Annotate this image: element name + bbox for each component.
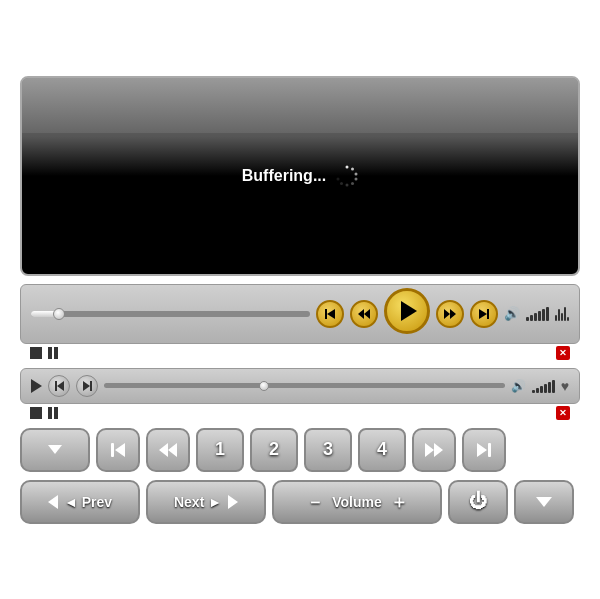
- skip-end-num-button[interactable]: [462, 428, 506, 472]
- skip-end-small-button[interactable]: [76, 375, 98, 397]
- skip-to-start-button[interactable]: [316, 300, 344, 328]
- buffering-area: Buffering...: [242, 165, 358, 187]
- down-arrow-button[interactable]: [514, 480, 574, 524]
- stop-button-secondary[interactable]: [30, 407, 42, 419]
- volume-icon-small[interactable]: 🔊: [511, 379, 526, 393]
- prev-button[interactable]: ◄ Prev: [20, 480, 140, 524]
- skip-to-end-icon: [479, 309, 489, 319]
- volume-bars-secondary: [532, 379, 555, 393]
- next-arrow-icon: [228, 495, 238, 509]
- spinner-icon: [336, 165, 358, 187]
- volume-controls: － Volume ＋: [272, 480, 442, 524]
- prev-label: ◄ Prev: [64, 494, 112, 510]
- skip-to-start-icon: [325, 309, 335, 319]
- buffering-text: Buffering...: [242, 167, 326, 185]
- skip-start-small-button[interactable]: [48, 375, 70, 397]
- svg-point-6: [340, 182, 343, 185]
- svg-point-2: [355, 172, 358, 175]
- bottom-controls-row: ◄ Prev Next ► － Volume ＋ ⏻: [20, 480, 580, 524]
- volume-speaker-icon[interactable]: 🔊: [504, 306, 520, 321]
- pause-button-secondary[interactable]: [48, 407, 58, 419]
- track-thumb[interactable]: [259, 381, 269, 391]
- red-x-badge[interactable]: ✕: [556, 346, 570, 360]
- power-icon: ⏻: [469, 491, 487, 512]
- svg-point-0: [346, 165, 349, 168]
- fast-forward-button[interactable]: [436, 300, 464, 328]
- chevron-down-icon: [48, 445, 62, 454]
- play-button[interactable]: [384, 288, 430, 334]
- video-screen: Buffering...: [20, 76, 580, 276]
- equalizer-icon[interactable]: [555, 307, 569, 321]
- secondary-controls-bar: 🔊 ♥: [20, 368, 580, 404]
- progress-thumb[interactable]: [53, 308, 65, 320]
- red-x-badge-secondary[interactable]: ✕: [556, 406, 570, 420]
- svg-point-3: [355, 177, 358, 180]
- svg-point-4: [351, 182, 354, 185]
- main-controls-bar: 🔊: [20, 284, 580, 344]
- volume-plus-button[interactable]: ＋: [390, 490, 408, 514]
- svg-point-7: [337, 177, 340, 180]
- volume-bars: [526, 307, 549, 321]
- track-bar[interactable]: [104, 383, 505, 388]
- skip-to-end-button[interactable]: [470, 300, 498, 328]
- rewind-num-button[interactable]: [146, 428, 190, 472]
- prev-arrow-icon: [48, 495, 58, 509]
- volume-label: Volume: [332, 494, 382, 510]
- svg-point-1: [351, 167, 354, 170]
- media-player: Buffering...: [20, 76, 580, 524]
- number-4-button[interactable]: 4: [358, 428, 406, 472]
- skip-start-num-button[interactable]: [96, 428, 140, 472]
- number-2-button[interactable]: 2: [250, 428, 298, 472]
- progress-bar[interactable]: [31, 311, 310, 317]
- number-buttons-row: 1 2 3 4: [20, 428, 580, 472]
- power-button[interactable]: ⏻: [448, 480, 508, 524]
- play-small-button[interactable]: [31, 379, 42, 393]
- number-3-button[interactable]: 3: [304, 428, 352, 472]
- dropdown-button[interactable]: [20, 428, 90, 472]
- down-arrow-icon: [536, 497, 552, 507]
- ffwd-num-button[interactable]: [412, 428, 456, 472]
- number-1-button[interactable]: 1: [196, 428, 244, 472]
- favorite-button[interactable]: ♥: [561, 378, 569, 394]
- volume-minus-button[interactable]: －: [306, 490, 324, 514]
- fast-forward-icon: [444, 309, 456, 319]
- svg-point-5: [346, 183, 349, 186]
- next-button[interactable]: Next ►: [146, 480, 266, 524]
- rewind-button[interactable]: [350, 300, 378, 328]
- rewind-icon: [358, 309, 370, 319]
- stop-button[interactable]: [30, 347, 42, 359]
- next-label: Next ►: [174, 494, 222, 510]
- pause-button[interactable]: [48, 347, 58, 359]
- play-icon: [401, 301, 417, 321]
